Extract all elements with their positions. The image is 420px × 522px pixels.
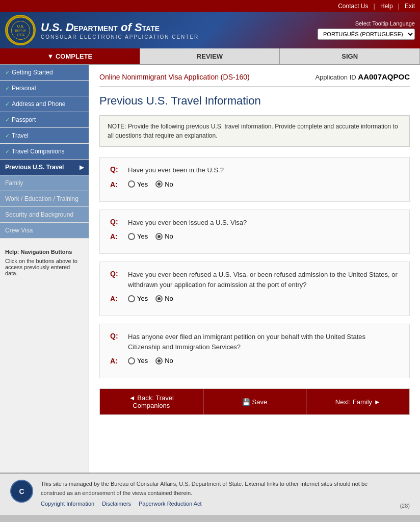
sidebar-item-crew-visa[interactable]: Crew Visa: [0, 223, 89, 239]
a-label-1: A:: [110, 180, 125, 189]
q-label-3: Q:: [110, 270, 125, 278]
app-id-value: AA007AQPOC: [358, 72, 410, 81]
radio-group-4: Yes No: [128, 357, 173, 364]
dept-sub: CONSULAR ELECTRONIC APPLICATION CENTER: [41, 34, 199, 40]
content-area: Online Nonimmigrant Visa Application (DS…: [89, 65, 420, 473]
sidebar-item-previous-us-travel[interactable]: Previous U.S. Travel ▶: [0, 160, 89, 175]
q-label-4: Q:: [110, 332, 125, 340]
q-label-1: Q:: [110, 165, 125, 173]
arrow-icon: ▶: [80, 164, 84, 171]
help-link[interactable]: Help: [380, 3, 393, 10]
q-text-2: Have you ever been issued a U.S. Visa?: [128, 218, 247, 228]
agency-seal: U.S. DEPT OF STATE: [5, 15, 36, 45]
question-block-3: Q: Have you ever been refused a U.S. Vis…: [99, 262, 410, 316]
bottom-nav: ◄ Back: Travel Companions 💾 Save Next: F…: [99, 388, 410, 415]
tab-sign[interactable]: SIGN: [280, 48, 420, 64]
check-icon: ✓: [5, 101, 10, 108]
header-right: Select Tooltip Language PORTUGUÊS (PORTU…: [318, 20, 415, 40]
radio-no-2[interactable]: No: [155, 232, 173, 240]
save-button[interactable]: 💾 Save: [203, 389, 307, 414]
sidebar-item-address-phone[interactable]: ✓ Address and Phone: [0, 96, 89, 112]
footer-seal: C: [10, 480, 33, 503]
copyright-link[interactable]: Copyright Information: [41, 500, 94, 509]
disclaimers-link[interactable]: Disclaimers: [102, 500, 131, 509]
a-label-3: A:: [110, 295, 125, 303]
q-label-2: Q:: [110, 218, 125, 226]
sidebar-item-travel[interactable]: ✓ Travel: [0, 128, 89, 144]
note-box: NOTE: Provide the following previous U.S…: [99, 115, 410, 147]
radio-btn-no-4[interactable]: [155, 357, 163, 364]
check-icon: ✓: [5, 117, 10, 123]
question-block-2: Q: Have you ever been issued a U.S. Visa…: [99, 210, 410, 254]
back-button[interactable]: ◄ Back: Travel Companions: [100, 389, 203, 414]
radio-btn-no-3[interactable]: [155, 295, 163, 302]
header: U.S. DEPT OF STATE U.S. DEPARTMENT of ST…: [0, 12, 420, 48]
svg-text:STATE: STATE: [16, 33, 24, 36]
tab-review[interactable]: REVIEW: [140, 48, 280, 64]
answer-row-1: A: Yes No: [110, 180, 399, 189]
tooltip-language-label: Select Tooltip Language: [355, 20, 415, 27]
radio-btn-yes-3[interactable]: [128, 295, 135, 302]
radio-yes-4[interactable]: Yes: [128, 357, 148, 364]
radio-yes-1[interactable]: Yes: [128, 180, 148, 188]
exit-link[interactable]: Exit: [405, 3, 415, 10]
radio-no-1[interactable]: No: [155, 180, 173, 188]
q-text-4: Has anyone ever filed an immigrant petit…: [128, 332, 399, 352]
sidebar-item-travel-companions[interactable]: ✓ Travel Companions: [0, 144, 89, 160]
app-title: Online Nonimmigrant Visa Application (DS…: [99, 73, 250, 81]
tab-complete-arrow: ▼: [47, 53, 55, 60]
check-icon: ✓: [5, 69, 10, 76]
separator1: |: [374, 2, 375, 10]
contact-us-link[interactable]: Contact Us: [338, 3, 368, 10]
question-row-1: Q: Have you ever been in the U.S.?: [110, 165, 399, 175]
q-text-3: Have you ever been refused a U.S. Visa, …: [128, 270, 399, 290]
radio-yes-3[interactable]: Yes: [128, 295, 148, 302]
help-box: Help: Navigation Buttons Click on the bu…: [0, 244, 89, 281]
page-title: Previous U.S. Travel Information: [99, 94, 410, 108]
sidebar-item-security-background[interactable]: Security and Background: [0, 207, 89, 223]
a-label-4: A:: [110, 357, 125, 365]
tab-complete[interactable]: ▼ COMPLETE: [0, 48, 140, 64]
help-title: Help: Navigation Buttons: [5, 249, 84, 255]
radio-no-4[interactable]: No: [155, 357, 173, 364]
radio-btn-yes-1[interactable]: [128, 180, 135, 188]
footer-links: Copyright Information Disclaimers Paperw…: [41, 500, 392, 509]
radio-btn-no-2[interactable]: [155, 233, 163, 240]
answer-row-2: A: Yes No: [110, 232, 399, 241]
nav-tabs: ▼ COMPLETE REVIEW SIGN: [0, 48, 420, 65]
main-layout: ✓ Getting Started ✓ Personal ✓ Address a…: [0, 65, 420, 473]
sidebar-item-work-education[interactable]: Work / Education / Training: [0, 191, 89, 207]
next-button[interactable]: Next: Family ►: [306, 389, 409, 414]
separator2: |: [398, 2, 400, 10]
footer: C This site is managed by the Bureau of …: [0, 473, 420, 515]
language-select[interactable]: PORTUGUÊS (PORTUGUESE): [318, 29, 415, 40]
radio-group-2: Yes No: [128, 232, 173, 240]
sidebar: ✓ Getting Started ✓ Personal ✓ Address a…: [0, 65, 89, 473]
check-icon: ✓: [5, 85, 10, 92]
check-icon: ✓: [5, 148, 10, 155]
sidebar-item-personal[interactable]: ✓ Personal: [0, 81, 89, 96]
sidebar-item-getting-started[interactable]: ✓ Getting Started: [0, 65, 89, 81]
radio-btn-yes-2[interactable]: [128, 233, 135, 240]
radio-no-3[interactable]: No: [155, 295, 173, 302]
answer-row-3: A: Yes No: [110, 295, 399, 303]
radio-yes-2[interactable]: Yes: [128, 232, 148, 240]
header-left: U.S. DEPT OF STATE U.S. DEPARTMENT of ST…: [5, 15, 199, 45]
radio-btn-yes-4[interactable]: [128, 357, 135, 364]
agency-name: U.S. DEPARTMENT of STATE CONSULAR ELECTR…: [41, 21, 199, 40]
question-row-3: Q: Have you ever been refused a U.S. Vis…: [110, 270, 399, 290]
footer-text: This site is managed by the Bureau of Co…: [41, 480, 392, 509]
radio-group-3: Yes No: [128, 295, 173, 302]
radio-btn-no-1[interactable]: [155, 180, 163, 188]
app-id: Application ID AA007AQPOC: [315, 72, 410, 81]
question-block-4: Q: Has anyone ever filed an immigrant pe…: [99, 324, 410, 378]
page-number: (28): [400, 503, 410, 509]
help-text: Click on the buttons above to access pre…: [5, 258, 84, 276]
question-row-4: Q: Has anyone ever filed an immigrant pe…: [110, 332, 399, 352]
paperwork-link[interactable]: Paperwork Reduction Act: [139, 500, 202, 509]
sidebar-item-passport[interactable]: ✓ Passport: [0, 112, 89, 128]
top-bar: Contact Us | Help | Exit: [0, 0, 420, 12]
question-block-1: Q: Have you ever been in the U.S.? A: Ye…: [99, 157, 410, 202]
sidebar-item-family[interactable]: Family: [0, 175, 89, 191]
radio-group-1: Yes No: [128, 180, 173, 188]
